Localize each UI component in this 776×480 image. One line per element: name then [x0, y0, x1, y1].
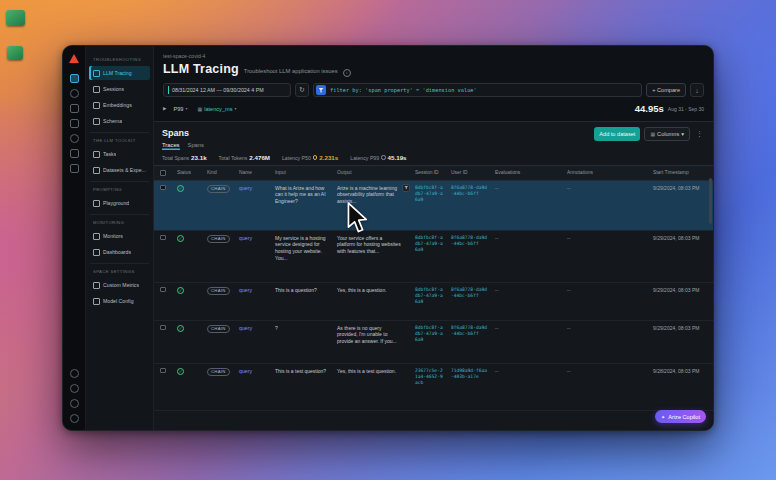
evaluations-cell: --	[492, 283, 564, 320]
row-checkbox[interactable]	[160, 235, 166, 241]
overview-icon[interactable]	[70, 74, 79, 83]
sidebar-entry[interactable]: Schema	[89, 114, 150, 128]
table-row[interactable]: ✓ CHAIN query What is Arize and how can …	[154, 181, 713, 231]
sidebar-entry[interactable]: SPACE SETTINGS	[89, 263, 150, 276]
row-checkbox[interactable]	[160, 325, 166, 331]
more-options-button[interactable]: ⋮	[694, 130, 705, 138]
profile-icon[interactable]	[70, 414, 79, 423]
column-header[interactable]: Status	[174, 166, 204, 180]
arize-logo-icon[interactable]	[69, 54, 79, 63]
monitors-icon[interactable]	[70, 164, 79, 173]
table-row[interactable]: ✓ CHAIN query This is a test question? Y…	[154, 364, 713, 411]
tab[interactable]: Spans	[188, 142, 204, 150]
status-ok-icon: ✓	[177, 235, 184, 242]
sidebar-entry[interactable]: Sessions	[89, 82, 150, 96]
column-header[interactable]: Session ID	[412, 166, 448, 180]
output-cell: As there is no query provided, I'm unabl…	[334, 321, 412, 363]
date-range-input[interactable]: 08/31/2024 12 AM — 09/30/2024 4 PM	[163, 83, 291, 97]
user-id-cell: 8f6a8778-da9d-44bc-b6ff	[448, 321, 492, 363]
sidebar-entry[interactable]: MONITORING	[89, 214, 150, 227]
info-icon[interactable]	[70, 399, 79, 408]
date-range-value: 08/31/2024 12 AM — 09/30/2024 4 PM	[172, 87, 264, 93]
llm-tracing-icon	[93, 70, 100, 77]
stat-value: 2.231s	[319, 154, 338, 161]
sidebar-entry[interactable]: TROUBLESHOOTING	[89, 52, 150, 64]
row-checkbox[interactable]	[160, 368, 166, 374]
span-name-link[interactable]: query	[239, 287, 252, 293]
sidebar-entry[interactable]: Playground	[89, 196, 150, 210]
stat: Total Spans 23.1k	[162, 154, 207, 161]
main-content: test-space-covid-4 LLM Tracing Troublesh…	[154, 46, 713, 430]
timestamp-cell: 9/29/2024, 08:03 PM	[650, 321, 713, 363]
sidebar-entry[interactable]: Tasks	[89, 147, 150, 161]
stats-row: Total Spans 23.1k Total Tokens 2.476M	[162, 154, 705, 165]
gear-icon[interactable]	[70, 369, 79, 378]
timestamp-cell: 9/28/2024, 08:03 PM	[650, 364, 713, 410]
span-name-link[interactable]: query	[239, 368, 252, 374]
breadcrumb[interactable]: test-space-covid-4	[154, 46, 713, 59]
text-cursor	[168, 86, 169, 94]
play-icon[interactable]: ▶	[163, 106, 166, 111]
title-row: LLM Tracing Troubleshoot LLM application…	[154, 59, 713, 76]
sidebar-entry[interactable]: Dashboards	[89, 245, 150, 259]
row-checkbox[interactable]	[160, 185, 166, 191]
table-row[interactable]: ✓ CHAIN query This is a question? Yes, t…	[154, 283, 713, 321]
column-header[interactable]: Kind	[204, 166, 236, 180]
input-cell: This is a question?	[272, 283, 334, 320]
playground-icon	[93, 200, 100, 207]
column-header[interactable]: Evaluations	[492, 166, 564, 180]
column-header[interactable]: Start Timestamp	[650, 166, 713, 180]
info-icon[interactable]	[343, 69, 351, 77]
column-header[interactable]: Input	[272, 166, 334, 180]
sidebar-entry[interactable]: Embeddings	[89, 98, 150, 112]
scrollbar-thumb[interactable]	[709, 178, 712, 224]
experiments-icon[interactable]	[70, 149, 79, 158]
columns-button[interactable]: ▦ Columns ▾	[644, 127, 690, 141]
desktop-icon[interactable]	[7, 46, 23, 60]
chat-icon[interactable]	[70, 89, 79, 98]
copilot-button[interactable]: ✦ Arize Copilot	[655, 410, 706, 423]
tasks-icon	[93, 151, 100, 158]
column-header[interactable]: Annotations	[564, 166, 650, 180]
refresh-button[interactable]: ↻	[295, 83, 309, 97]
sidebar-entry[interactable]: Datasets & Expe...	[89, 163, 150, 177]
input-cell: ?	[272, 321, 334, 363]
compare-button[interactable]: + Compare	[646, 83, 686, 97]
table-row[interactable]: ✓ CHAIN query ? As there is no query pro…	[154, 321, 713, 364]
layers-icon[interactable]	[70, 104, 79, 113]
sidebar-entry[interactable]: Monitors	[89, 229, 150, 243]
metric-dropdown[interactable]: ▦ latency_ms ▾	[194, 105, 239, 113]
column-header[interactable]: User ID	[448, 166, 492, 180]
clock-icon	[313, 155, 318, 160]
percentile-dropdown[interactable]: P99 ▾	[170, 105, 190, 113]
tab[interactable]: Traces	[162, 142, 180, 150]
filter-bar: 08/31/2024 12 AM — 09/30/2024 4 PM ↻ fil…	[163, 83, 704, 97]
row-checkbox[interactable]	[160, 287, 166, 293]
add-to-dataset-button[interactable]: Add to dataset	[594, 127, 640, 141]
desktop-icon[interactable]	[6, 10, 25, 26]
filter-input[interactable]: filter by: 'span property' = 'dimension …	[313, 83, 642, 97]
table-row[interactable]: ✓ CHAIN query My service is a hosting se…	[154, 231, 713, 283]
stat: Latency P50 2.231s	[282, 154, 338, 161]
sidebar-entry[interactable]: THE LLM TOOLKIT	[89, 132, 150, 145]
panel-actions: Add to dataset ▦ Columns ▾ ⋮	[594, 127, 705, 141]
sidebar-entry[interactable]: PROMPTING	[89, 181, 150, 194]
row-filter-icon[interactable]	[402, 184, 410, 192]
span-name-link[interactable]: query	[239, 185, 252, 191]
select-all-checkbox[interactable]	[160, 170, 166, 176]
column-header[interactable]: Name	[236, 166, 272, 180]
download-button[interactable]: ↓	[690, 83, 704, 97]
user-id-cell: 8f6a8778-da9d-44bc-b6ff	[448, 231, 492, 282]
column-header[interactable]: Output	[334, 166, 412, 180]
stat-value: 45.19s	[388, 154, 407, 161]
span-name-link[interactable]: query	[239, 235, 252, 241]
sidebar-entry[interactable]: Model Config	[89, 294, 150, 308]
sidebar-entry[interactable]: LLM Tracing	[89, 66, 150, 80]
database-icon[interactable]	[70, 119, 79, 128]
announcements-icon[interactable]	[70, 384, 79, 393]
annotations-cell: --	[564, 231, 650, 282]
sidebar-entry[interactable]: Custom Metrics	[89, 278, 150, 292]
bell-icon[interactable]	[70, 134, 79, 143]
span-name-link[interactable]: query	[239, 325, 252, 331]
sidebar-entry-label: PROMPTING	[93, 187, 122, 192]
